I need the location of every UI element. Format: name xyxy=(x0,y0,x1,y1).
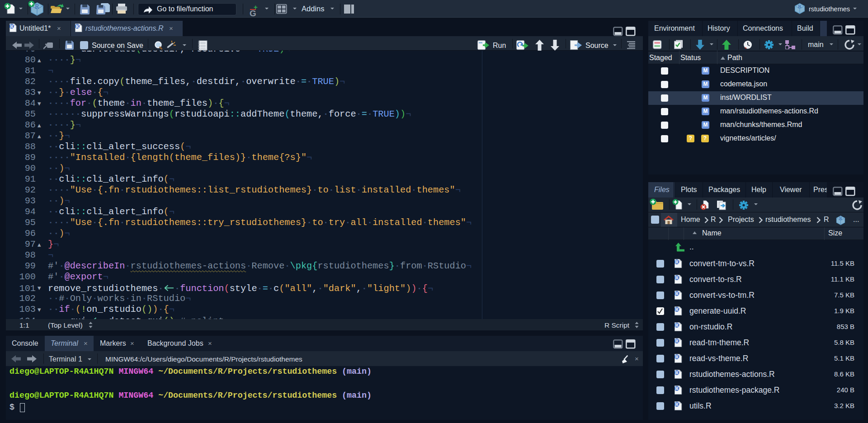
svg-text:R: R xyxy=(675,402,679,407)
svg-text:R: R xyxy=(675,259,679,264)
svg-text:R: R xyxy=(839,216,842,221)
svg-text:R: R xyxy=(675,291,679,296)
svg-text:R: R xyxy=(798,4,802,9)
svg-text:R: R xyxy=(675,307,679,312)
svg-text:R: R xyxy=(675,354,679,359)
svg-text:R: R xyxy=(675,275,679,280)
svg-text:R: R xyxy=(10,24,14,29)
svg-text:R: R xyxy=(75,24,79,29)
svg-text:R: R xyxy=(675,338,679,343)
svg-text:R: R xyxy=(675,323,679,328)
svg-text:R: R xyxy=(35,3,39,10)
svg-text:R: R xyxy=(675,370,679,375)
svg-text:R: R xyxy=(675,386,679,391)
